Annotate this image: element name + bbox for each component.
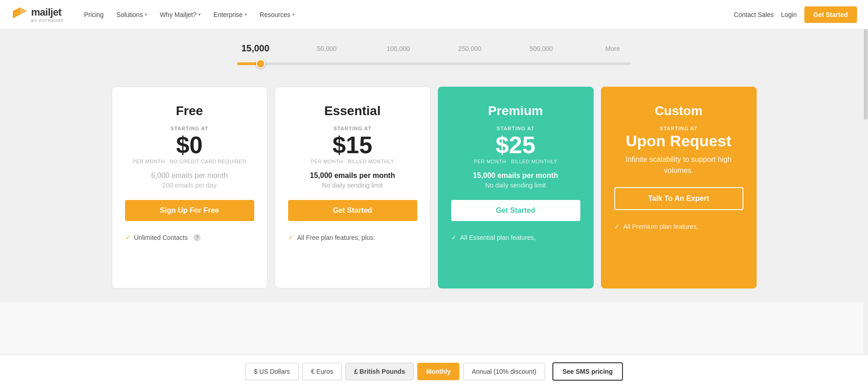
- plan-name-custom: Custom: [655, 104, 702, 118]
- currency-gbp-button[interactable]: £ British Pounds: [345, 363, 414, 380]
- price-sub-essential: PER MONTH Billed Monthly: [311, 159, 394, 164]
- emails-per-month-essential: 15,000 emails per month: [310, 172, 395, 180]
- check-icon: ✓: [614, 223, 620, 230]
- price-sub-premium: PER MONTH Billed Monthly: [474, 159, 557, 164]
- daily-limit-free: 200 emails per day: [162, 182, 216, 189]
- nav-right: Contact Sales Login Get Started: [734, 6, 857, 23]
- plan-name-premium: Premium: [488, 104, 543, 118]
- scrollbar-thumb[interactable]: [864, 28, 868, 120]
- emails-per-month-free: 6,000 emails per month: [151, 172, 228, 180]
- check-icon: ✓: [125, 234, 131, 241]
- slider-label-500k: 500,000: [523, 45, 560, 52]
- slider-label-250k: 250,000: [452, 45, 488, 52]
- chevron-down-icon: ▾: [245, 12, 247, 17]
- pricing-card-custom: Custom STARTING AT Upon Request Infinite…: [601, 87, 757, 288]
- get-started-essential-button[interactable]: Get Started: [288, 200, 417, 221]
- nav-solutions[interactable]: Solutions ▾: [111, 7, 153, 22]
- daily-limit-premium: No daily sending limit: [485, 182, 546, 189]
- get-started-premium-button[interactable]: Get Started: [451, 200, 580, 221]
- feature-free-plus: ✓ All Free plan features, plus:: [288, 234, 417, 241]
- chevron-down-icon: ▾: [198, 12, 201, 17]
- logo-main-text: mailjet: [31, 6, 64, 18]
- see-sms-pricing-button[interactable]: See SMS pricing: [552, 362, 623, 381]
- slider-label-100k: 100,000: [380, 45, 417, 52]
- emails-per-month-premium: 15,000 emails per month: [473, 172, 558, 180]
- nav-pricing[interactable]: Pricing: [79, 7, 109, 22]
- slider-labels: 15,000 50,000 100,000 250,000 500,000 Mo…: [237, 43, 631, 54]
- plan-name-free: Free: [176, 104, 203, 118]
- pricing-card-premium: Premium STARTING AT $25 PER MONTH Billed…: [438, 87, 594, 288]
- nav-resources[interactable]: Resources ▾: [254, 7, 300, 22]
- plan-name-essential: Essential: [324, 104, 381, 118]
- price-free: $0: [176, 133, 203, 157]
- price-sub-free: PER MONTH No credit card required: [132, 159, 246, 164]
- nav-enterprise[interactable]: Enterprise ▾: [208, 7, 252, 22]
- pricing-card-essential: Essential STARTING AT $15 PER MONTH Bill…: [275, 87, 431, 288]
- slider-section: 15,000 50,000 100,000 250,000 500,000 Mo…: [0, 29, 868, 78]
- get-started-button[interactable]: Get Started: [804, 6, 857, 23]
- check-icon: ✓: [288, 234, 294, 241]
- feature-premium-plus: ✓ All Premium plan features,: [614, 223, 743, 230]
- nav-why-mailjet[interactable]: Why Mailjet? ▾: [154, 7, 206, 22]
- pricing-card-free: Free STARTING AT $0 PER MONTH No credit …: [112, 87, 267, 288]
- price-custom: Upon Request: [626, 133, 731, 149]
- feature-unlimited-contacts: ✓ Unlimited Contacts ?: [125, 234, 254, 241]
- starting-at-premium: STARTING AT: [497, 126, 535, 131]
- slider-track: [237, 62, 631, 65]
- nav-links: Pricing Solutions ▾ Why Mailjet? ▾ Enter…: [79, 7, 734, 22]
- slider-label-15k: 15,000: [237, 43, 274, 54]
- navbar: mailjet BY PATHWIRE Pricing Solutions ▾ …: [0, 0, 868, 29]
- logo-sub-text: BY PATHWIRE: [31, 18, 64, 23]
- info-icon[interactable]: ?: [193, 234, 201, 241]
- starting-at-free: STARTING AT: [170, 126, 208, 131]
- slider-thumb[interactable]: [256, 59, 265, 68]
- pricing-section: Free STARTING AT $0 PER MONTH No credit …: [0, 78, 868, 302]
- chevron-down-icon: ▾: [292, 12, 295, 17]
- billing-annual-button[interactable]: Annual (10% discount): [463, 363, 545, 380]
- slider-label-50k: 50,000: [309, 45, 345, 52]
- contact-sales-link[interactable]: Contact Sales: [734, 11, 774, 18]
- slider-track-container[interactable]: [237, 59, 631, 68]
- feature-essential-plus: ✓ All Essential plan features,: [451, 234, 580, 241]
- price-essential: $15: [333, 133, 372, 157]
- svg-marker-0: [13, 7, 20, 18]
- check-icon: ✓: [451, 234, 457, 241]
- currency-usd-button[interactable]: $ US Dollars: [245, 363, 299, 380]
- talk-to-expert-button[interactable]: Talk To An Expert: [614, 187, 743, 210]
- logo-icon: [11, 6, 27, 23]
- currency-eur-button[interactable]: € Euros: [302, 363, 342, 380]
- scrollbar-area: [863, 0, 868, 388]
- sign-up-free-button[interactable]: Sign Up For Free: [125, 200, 254, 221]
- bottom-bar: $ US Dollars € Euros £ British Pounds Mo…: [0, 355, 868, 388]
- starting-at-custom: STARTING AT: [660, 126, 698, 131]
- price-premium: $25: [496, 133, 535, 157]
- daily-limit-essential: No daily sending limit: [322, 182, 382, 189]
- svg-marker-1: [20, 7, 27, 15]
- billing-monthly-button[interactable]: Monthly: [417, 363, 459, 380]
- slider-label-more: More: [595, 45, 631, 52]
- logo[interactable]: mailjet BY PATHWIRE: [11, 6, 64, 23]
- login-link[interactable]: Login: [781, 11, 797, 18]
- custom-description: Infinite scalability to support high vol…: [614, 154, 743, 176]
- chevron-down-icon: ▾: [145, 12, 147, 17]
- starting-at-essential: STARTING AT: [333, 126, 371, 131]
